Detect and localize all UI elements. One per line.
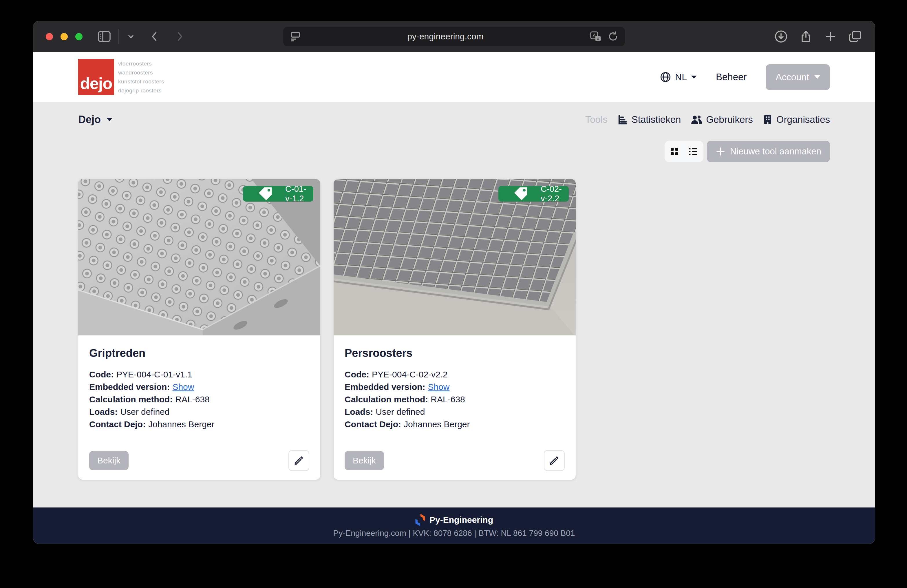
plus-icon bbox=[716, 147, 726, 156]
view-tool-button[interactable]: Bekijk bbox=[345, 451, 384, 470]
tab-organisaties[interactable]: Organisaties bbox=[763, 114, 830, 125]
svg-text:x: x bbox=[597, 36, 599, 41]
tab-statistieken[interactable]: Statistieken bbox=[617, 114, 681, 125]
traffic-lights bbox=[46, 33, 83, 40]
new-tool-label: Nieuwe tool aanmaken bbox=[730, 146, 821, 157]
tab-gebruikers-label: Gebruikers bbox=[706, 114, 753, 125]
back-icon[interactable] bbox=[149, 30, 161, 43]
tool-title: Griptreden bbox=[89, 347, 309, 359]
reader-view-icon[interactable] bbox=[290, 31, 301, 42]
tool-image-griptreden: C-01-v-1.2 bbox=[78, 179, 320, 335]
view-mode-toggle bbox=[665, 141, 703, 162]
tagline: kunststof roosters bbox=[118, 79, 164, 85]
field-calculation-method: Calculation method:RAL-638 bbox=[89, 393, 309, 405]
field-contact: Contact Dejo:Johannes Berger bbox=[345, 418, 565, 431]
users-icon bbox=[691, 114, 702, 125]
tab-group-chevron-icon[interactable] bbox=[127, 32, 135, 41]
chevron-down-icon bbox=[814, 75, 820, 79]
tab-organisaties-label: Organisaties bbox=[776, 114, 830, 125]
field-embedded-version: Embedded version:Show bbox=[345, 381, 565, 393]
browser-titlebar: py-engineering.com Ax bbox=[33, 21, 875, 52]
language-label: NL bbox=[675, 72, 687, 83]
new-tool-button[interactable]: Nieuwe tool aanmaken bbox=[707, 141, 830, 162]
beheer-link[interactable]: Beheer bbox=[716, 72, 747, 83]
version-badge-label: C-01-v-1.2 bbox=[285, 184, 308, 203]
tab-statistieken-label: Statistieken bbox=[631, 114, 681, 125]
org-dropdown[interactable]: Dejo bbox=[78, 114, 112, 126]
forward-icon[interactable] bbox=[173, 30, 186, 43]
url-text[interactable]: py-engineering.com bbox=[301, 32, 590, 42]
grid-view-icon[interactable] bbox=[670, 147, 679, 156]
tool-card-persroosters: C-02-v-2.2 Persroosters Code:PYE-004-C-0… bbox=[333, 179, 576, 480]
edit-tool-button[interactable] bbox=[288, 450, 309, 471]
tool-title: Persroosters bbox=[345, 347, 565, 359]
show-embedded-link[interactable]: Show bbox=[428, 382, 449, 392]
site-header: dejo vloerroosters wandroosters kunststo… bbox=[33, 52, 875, 102]
tagline: wandroosters bbox=[118, 69, 164, 76]
address-bar[interactable]: py-engineering.com Ax bbox=[283, 27, 625, 46]
version-badge-label: C-02-v-2.2 bbox=[541, 184, 563, 203]
py-engineering-logo bbox=[415, 514, 425, 526]
minimize-window-button[interactable] bbox=[61, 33, 68, 40]
edit-tool-button[interactable] bbox=[544, 450, 565, 471]
chevron-down-icon bbox=[691, 75, 697, 79]
translate-icon[interactable]: Ax bbox=[590, 31, 601, 42]
version-badge: C-01-v-1.2 bbox=[243, 186, 313, 202]
account-label: Account bbox=[776, 72, 809, 83]
page-content: Dejo Tools Statistieken Gebruike bbox=[33, 102, 875, 508]
field-calculation-method: Calculation method:RAL-638 bbox=[345, 393, 565, 405]
dejo-logo[interactable]: dejo vloerroosters wandroosters kunststo… bbox=[78, 59, 164, 95]
zoom-window-button[interactable] bbox=[75, 33, 83, 40]
tool-card-griptreden: C-01-v-1.2 Griptreden Code:PYE-004-C-01-… bbox=[78, 179, 320, 480]
sidebar-toggle-icon[interactable] bbox=[98, 31, 111, 42]
reload-icon[interactable] bbox=[607, 31, 619, 42]
field-embedded-version: Embedded version:Show bbox=[89, 381, 309, 393]
field-code: Code:PYE-004-C-02-v2.2 bbox=[345, 368, 565, 381]
footer-company-info: Py-Engineering.com | KVK: 8078 6286 | BT… bbox=[333, 529, 575, 538]
bar-chart-icon bbox=[617, 114, 628, 125]
tagline: dejogrip roosters bbox=[118, 88, 164, 94]
tab-tools-label: Tools bbox=[585, 114, 607, 125]
new-tab-icon[interactable] bbox=[824, 30, 837, 43]
field-contact: Contact Dejo:Johannes Berger bbox=[89, 418, 309, 431]
tab-overview-icon[interactable] bbox=[849, 30, 862, 43]
close-window-button[interactable] bbox=[46, 33, 53, 40]
list-view-icon[interactable] bbox=[688, 147, 698, 156]
downloads-icon[interactable] bbox=[774, 30, 788, 43]
field-code: Code:PYE-004-C-01-v1.1 bbox=[89, 368, 309, 381]
field-loads: Loads:User defined bbox=[89, 405, 309, 418]
chevron-down-icon bbox=[107, 118, 112, 121]
account-button[interactable]: Account bbox=[766, 64, 830, 90]
org-label: Dejo bbox=[78, 114, 101, 126]
dejo-logo-taglines: vloerroosters wandroosters kunststof roo… bbox=[118, 61, 164, 94]
dejo-logo-mark: dejo bbox=[78, 59, 114, 95]
tool-image-persroosters: C-02-v-2.2 bbox=[333, 179, 576, 335]
field-loads: Loads:User defined bbox=[345, 405, 565, 418]
titlebar-divider bbox=[119, 29, 119, 44]
browser-window: py-engineering.com Ax dejo bbox=[33, 21, 875, 544]
language-selector[interactable]: NL bbox=[660, 72, 697, 83]
share-icon[interactable] bbox=[799, 30, 812, 43]
tab-gebruikers[interactable]: Gebruikers bbox=[691, 114, 753, 125]
show-embedded-link[interactable]: Show bbox=[172, 382, 194, 392]
building-icon bbox=[763, 114, 772, 125]
tagline: vloerroosters bbox=[118, 61, 164, 67]
site-footer: Py-Engineering Py-Engineering.com | KVK:… bbox=[33, 508, 875, 544]
view-tool-button[interactable]: Bekijk bbox=[89, 451, 128, 470]
footer-brand-name: Py-Engineering bbox=[429, 515, 493, 525]
version-badge: C-02-v-2.2 bbox=[498, 186, 569, 202]
tab-tools[interactable]: Tools bbox=[585, 114, 607, 125]
